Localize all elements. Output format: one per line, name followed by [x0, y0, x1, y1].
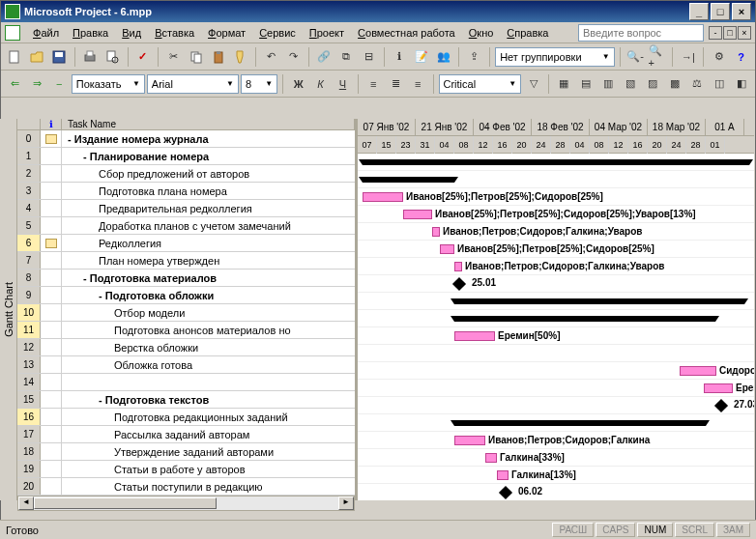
row-number[interactable]: 5 — [17, 217, 41, 234]
unlink-button[interactable]: ⧉ — [336, 46, 357, 68]
doc-minimize-button[interactable]: - — [709, 26, 722, 40]
menu-project[interactable]: Проект — [303, 24, 351, 42]
row-number[interactable]: 0 — [17, 130, 41, 147]
menu-collab[interactable]: Совместная работа — [351, 24, 462, 42]
note-button[interactable]: 📝 — [411, 46, 431, 68]
task-row[interactable]: 9- Подготовка обложки — [17, 287, 355, 304]
header-taskname[interactable]: Task Name — [62, 119, 355, 129]
task-bar[interactable]: Галкина[33%] — [485, 453, 497, 463]
task-name-cell[interactable]: Подготовка анонсов материалов но — [62, 322, 355, 338]
view1-button[interactable]: ▦ — [554, 73, 574, 95]
task-bar[interactable]: Иванов[25%];Петров[25%];Сидоров[25%] — [363, 192, 403, 202]
menu-help[interactable]: Справка — [500, 24, 555, 42]
show-combo[interactable]: Показать▼ — [72, 74, 145, 94]
task-name-cell[interactable]: Сбор предложений от авторов — [62, 165, 355, 182]
view4-button[interactable]: ▧ — [621, 73, 641, 95]
info-button[interactable]: ℹ — [390, 46, 410, 68]
undo-button[interactable]: ↶ — [261, 46, 281, 68]
row-number[interactable]: 15 — [17, 391, 41, 408]
task-row[interactable]: 2Сбор предложений от авторов — [17, 165, 355, 183]
task-row[interactable]: 20Статьи поступили в редакцию — [17, 478, 355, 496]
header-info-icon[interactable]: ℹ — [41, 119, 62, 129]
task-name-cell[interactable]: Доработка планов с учетом замечаний — [62, 217, 355, 234]
row-number[interactable]: 18 — [17, 443, 41, 460]
task-name-cell[interactable]: План номера утвержден — [62, 252, 355, 269]
task-name-cell[interactable] — [62, 374, 355, 390]
save-button[interactable] — [49, 46, 70, 68]
task-bar[interactable]: Галкина[13%] — [497, 470, 509, 480]
task-name-cell[interactable]: Предварительная редколлегия — [62, 200, 355, 216]
zoom-out-button[interactable]: 🔍- — [625, 46, 646, 68]
task-row[interactable]: 10Отбор модели — [17, 304, 355, 322]
menu-window[interactable]: Окно — [462, 24, 501, 42]
publish-button[interactable]: ⇪ — [464, 46, 484, 68]
row-number[interactable]: 16 — [17, 409, 41, 425]
row-number[interactable]: 7 — [17, 252, 41, 269]
task-name-cell[interactable]: - Издание номера журнала — [62, 130, 355, 147]
align-right-button[interactable]: ≡ — [408, 73, 428, 95]
filter-combo[interactable]: Critical▼ — [439, 74, 522, 94]
task-name-cell[interactable]: Обложка готова — [62, 356, 355, 373]
paste-button[interactable] — [208, 46, 228, 68]
task-row[interactable]: 17Рассылка заданий авторам — [17, 426, 355, 443]
task-bar[interactable]: Еремин[50%] — [454, 331, 495, 341]
milestone-icon[interactable] — [452, 277, 466, 291]
task-row[interactable]: 14 — [17, 374, 355, 391]
task-row[interactable]: 0- Издание номера журнала — [17, 130, 355, 148]
menu-tools[interactable]: Сервис — [252, 24, 303, 42]
grouping-combo[interactable]: Нет группировки▼ — [495, 47, 615, 67]
task-name-cell[interactable]: Подготовка редакционных заданий — [62, 409, 355, 425]
task-name-cell[interactable]: Подготовка плана номера — [62, 183, 355, 199]
row-number[interactable]: 17 — [17, 426, 41, 442]
scroll-left-icon[interactable]: ◄ — [18, 496, 34, 510]
view3-button[interactable]: ▥ — [598, 73, 619, 95]
row-number[interactable]: 12 — [17, 339, 41, 355]
task-row[interactable]: 5Доработка планов с учетом замечаний — [17, 217, 355, 235]
task-row[interactable]: 7План номера утвержден — [17, 252, 355, 270]
wizard-button[interactable]: ⚙ — [709, 46, 729, 68]
show-minus-button[interactable]: − — [49, 73, 70, 95]
menu-edit[interactable]: Правка — [66, 24, 115, 42]
row-number[interactable]: 13 — [17, 356, 41, 373]
task-bar[interactable]: Сидоров[70 — [680, 366, 716, 376]
row-number[interactable]: 14 — [17, 374, 41, 390]
task-row[interactable]: 4Предварительная редколлегия — [17, 200, 355, 217]
close-button[interactable]: × — [732, 3, 751, 20]
view8-button[interactable]: ◫ — [709, 73, 729, 95]
split-button[interactable]: ⊟ — [359, 46, 379, 68]
task-name-cell[interactable]: Статьи поступили в редакцию — [62, 478, 355, 495]
task-row[interactable]: 8- Подготовка материалов — [17, 270, 355, 287]
copy-button[interactable] — [186, 46, 206, 68]
task-bar[interactable]: Иванов;Петров;Сидоров;Галкина — [454, 436, 485, 445]
minimize-button[interactable]: _ — [689, 3, 709, 20]
goto-button[interactable]: →| — [678, 46, 698, 68]
task-bar[interactable]: Еремин — [704, 383, 733, 393]
gantt-bars[interactable]: Иванов[25%];Петров[25%];Сидоров[25%]Иван… — [358, 154, 754, 500]
menu-insert[interactable]: Вставка — [148, 24, 201, 42]
fontsize-combo[interactable]: 8▼ — [241, 74, 277, 94]
scroll-right-icon[interactable]: ► — [338, 496, 354, 510]
row-number[interactable]: 11 — [17, 322, 41, 338]
open-button[interactable] — [27, 46, 47, 68]
maximize-button[interactable]: □ — [711, 3, 730, 20]
spelling-button[interactable]: ✓ — [133, 46, 154, 68]
help-button[interactable]: ? — [731, 46, 751, 68]
align-left-button[interactable]: ≡ — [363, 73, 384, 95]
task-name-cell[interactable]: - Планирование номера — [62, 148, 355, 164]
task-row[interactable]: 18Утверждение заданий авторами — [17, 443, 355, 461]
milestone-icon[interactable] — [499, 486, 512, 499]
row-number[interactable]: 3 — [17, 183, 41, 199]
underline-button[interactable]: Ч — [333, 73, 353, 95]
align-center-button[interactable]: ≣ — [386, 73, 406, 95]
summary-bar[interactable] — [363, 177, 454, 183]
menu-file[interactable]: Файл — [26, 24, 66, 42]
task-name-cell[interactable]: Отбор модели — [62, 304, 355, 321]
outdent-arrow-button[interactable]: ⇐ — [5, 73, 25, 95]
summary-bar[interactable] — [454, 316, 715, 322]
doc-restore-button[interactable]: □ — [723, 26, 737, 40]
task-name-cell[interactable]: Утверждение заданий авторами — [62, 443, 355, 460]
task-row[interactable]: 6Редколлегия — [17, 235, 355, 252]
task-bar[interactable]: Иванов[25%];Петров[25%];Сидоров[25%];Ува… — [403, 210, 432, 219]
print-button[interactable] — [80, 46, 101, 68]
task-row[interactable]: 16Подготовка редакционных заданий — [17, 409, 355, 426]
